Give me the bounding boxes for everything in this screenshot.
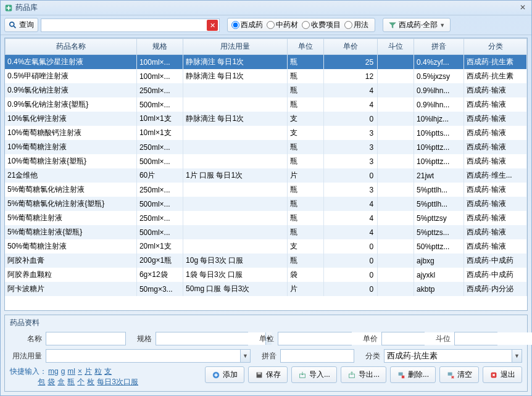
chevron-down-icon[interactable]: ▼ — [240, 350, 250, 362]
import-button[interactable]: 导入... — [291, 366, 337, 383]
clear-search-icon[interactable]: ✕ — [207, 20, 218, 31]
plus-icon — [212, 371, 220, 379]
window-title: 药品库 — [15, 2, 518, 13]
table-row[interactable]: 阿胶养血颗粒6g×12袋1袋 每日3次 口服袋0ajyxkl西成药·中成药 — [5, 268, 527, 282]
export-button[interactable]: 导出... — [341, 366, 386, 383]
radio-2[interactable]: 收费项目 — [302, 20, 341, 30]
table-row[interactable]: 阿卡波糖片50mg×3...50mg 口服 每日3次片0akbtp西成药·内分泌 — [5, 282, 527, 296]
name-field[interactable] — [46, 332, 126, 345]
name-label: 名称 — [10, 334, 42, 344]
radio-3[interactable]: 用法 — [344, 20, 368, 30]
action-buttons: 添加 保存 导入... 导出... 删除... 清空 退出 — [205, 366, 522, 383]
exit-icon — [489, 371, 498, 379]
quick-link[interactable]: 个 — [77, 377, 85, 386]
table-row[interactable]: 10%氯化钾注射液10ml×1支静脉滴注 每日1次支010%lhjz...西成药… — [5, 112, 527, 126]
quick-link[interactable]: 片 — [85, 367, 92, 376]
table-row[interactable]: 0.9%氯化钠注射液{塑瓶}500ml×...瓶40.9%lhn...西成药·输… — [5, 97, 527, 112]
col-header[interactable]: 分类 — [464, 39, 527, 55]
data-grid: 药品名称规格用法用量单位单价斗位拼音分类 0.4%左氧氟沙星注射液100ml×.… — [4, 38, 528, 311]
delete-icon — [397, 371, 405, 379]
radio-0[interactable]: 西成药 — [231, 20, 263, 30]
quick-link[interactable]: × — [78, 367, 82, 376]
table-row[interactable]: 21金维他60片1片 口服 每日1次片021jwt西成药·维生... — [5, 168, 527, 183]
table-row[interactable]: 10%葡萄糖注射液{塑瓶}500ml×...瓶310%pttz...西成药·输液 — [5, 154, 527, 168]
filter-dropdown[interactable]: 西成药·全部 ▼ — [383, 18, 451, 32]
close-icon[interactable]: ✕ — [518, 3, 528, 13]
py-field[interactable] — [280, 349, 354, 363]
save-button[interactable]: 保存 — [248, 366, 288, 383]
search-box: ✕ — [41, 19, 220, 32]
col-header[interactable]: 药品名称 — [6, 39, 137, 55]
quick-link[interactable]: ml — [67, 367, 75, 376]
search-icon — [9, 21, 17, 30]
table-row[interactable]: 5%葡萄糖注射液{塑瓶}500ml×...瓶45%pttzs...西成药·输液 — [5, 225, 527, 239]
chevron-down-icon[interactable]: ▼ — [512, 350, 522, 362]
quick-input-links: 快捷输入：mggml×片粒支 包袋盒瓶个枚每日3次口服 — [10, 366, 139, 387]
unit-label: 单位 — [252, 334, 274, 344]
py-label: 拼音 — [254, 351, 276, 361]
col-header[interactable]: 拼音 — [414, 39, 464, 55]
delete-button[interactable]: 删除... — [390, 366, 436, 383]
svg-point-3 — [10, 22, 14, 26]
svg-rect-2 — [7, 7, 11, 9]
export-icon — [347, 371, 356, 379]
quick-link[interactable]: 瓶 — [67, 377, 75, 386]
quick-link[interactable]: 粒 — [94, 367, 102, 376]
svg-rect-11 — [402, 375, 404, 377]
table-row[interactable]: 0.9%氯化钠注射液250ml×...瓶40.9%lhn...西成药·输液 — [5, 83, 527, 97]
app-icon — [4, 4, 13, 12]
details-panel: 药品资料 名称 规格 ▼ 单位 ▼ 单价 ◂▸ 斗位 ▼ 用法用量 ▼ 拼音 分… — [4, 315, 528, 392]
table-row[interactable]: 5%葡萄糖注射液250ml×...瓶45%pttzsy西成药·输液 — [5, 211, 527, 225]
save-icon — [255, 371, 264, 379]
quick-link[interactable]: 盒 — [57, 377, 65, 386]
import-icon — [298, 371, 307, 379]
table-row[interactable]: 阿胶补血膏200g×1瓶10g 每日3次 口服瓶0ajbxg西成药·中成药 — [5, 254, 527, 268]
table-row[interactable]: 0.5%甲硝唑注射液100ml×...静脉滴注 每日1次瓶120.5%jxzsy… — [5, 69, 527, 83]
table-row[interactable]: 10%葡萄糖酸钙注射液10ml×1支支310%ptts...西成药·输液 — [5, 126, 527, 140]
spec-combo[interactable]: ▼ — [156, 332, 248, 345]
filter-label: 西成药·全部 — [399, 20, 438, 30]
dou-combo[interactable]: ▼ — [454, 332, 497, 345]
quick-link[interactable]: 每日3次口服 — [97, 377, 138, 386]
dou-label: 斗位 — [428, 334, 451, 344]
table-row[interactable]: 10%葡萄糖注射液250ml×...瓶310%pttz...西成药·输液 — [5, 140, 527, 154]
quick-link[interactable]: g — [61, 367, 65, 376]
clear-icon — [446, 371, 455, 379]
toolbar: 查询 ✕ 西成药中药材收费项目用法 西成药·全部 ▼ — [1, 15, 531, 35]
quick-link[interactable]: 支 — [104, 367, 112, 376]
svg-line-4 — [14, 25, 16, 28]
col-header[interactable]: 单价 — [323, 39, 377, 55]
search-button[interactable]: 查询 — [4, 18, 38, 32]
svg-rect-7 — [257, 372, 260, 374]
table-row[interactable]: 0.4%左氧氟沙星注射液100ml×...静脉滴注 每日1次瓶250.4%zyf… — [5, 55, 527, 69]
details-title: 药品资料 — [10, 318, 522, 328]
exit-button[interactable]: 退出 — [483, 366, 522, 383]
cat-combo[interactable]: ▼ — [384, 349, 522, 363]
price-label: 单价 — [355, 334, 378, 344]
cat-label: 分类 — [358, 351, 380, 361]
quick-link[interactable]: 包 — [38, 377, 45, 386]
col-header[interactable]: 用法用量 — [183, 39, 288, 55]
quick-link[interactable]: 袋 — [48, 377, 55, 386]
col-header[interactable]: 单位 — [288, 39, 324, 55]
col-header[interactable]: 斗位 — [378, 39, 414, 55]
quick-link[interactable]: 枚 — [87, 377, 94, 386]
add-button[interactable]: 添加 — [205, 366, 244, 383]
price-spinner[interactable]: ◂▸ — [381, 332, 425, 345]
col-header[interactable]: 规格 — [137, 39, 183, 55]
chevron-down-icon: ▼ — [439, 22, 445, 28]
radio-1[interactable]: 中药材 — [267, 20, 298, 30]
search-input[interactable] — [41, 19, 207, 31]
table-row[interactable]: 5%葡萄糖氯化钠注射液250ml×...瓶35%pttlh...西成药·输液 — [5, 183, 527, 197]
unit-combo[interactable]: ▼ — [278, 332, 352, 345]
titlebar: 药品库 ✕ — [1, 1, 531, 15]
table-row[interactable]: 50%葡萄糖注射液20ml×1支支050%pttz...西成药·输液 — [5, 239, 527, 254]
quick-link[interactable]: mg — [48, 367, 59, 376]
usage-combo[interactable]: ▼ — [46, 349, 251, 363]
grid-header-row: 药品名称规格用法用量单位单价斗位拼音分类 — [6, 39, 527, 55]
search-label: 查询 — [19, 20, 34, 30]
clear-button[interactable]: 清空 — [439, 366, 479, 383]
usage-label: 用法用量 — [10, 351, 42, 361]
table-row[interactable]: 5%葡萄糖氯化钠注射液{塑瓶}500ml×...瓶45%pttlh...西成药·… — [5, 197, 527, 211]
app-window: 药品库 ✕ 查询 ✕ 西成药中药材收费项目用法 西成药·全部 ▼ 药品名称规格用… — [0, 0, 532, 396]
